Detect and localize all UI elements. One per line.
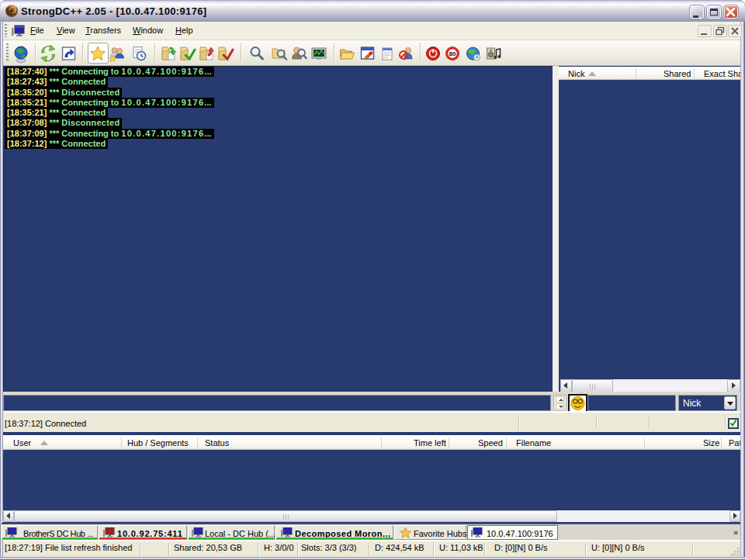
svg-text:80: 80 [449,50,456,57]
